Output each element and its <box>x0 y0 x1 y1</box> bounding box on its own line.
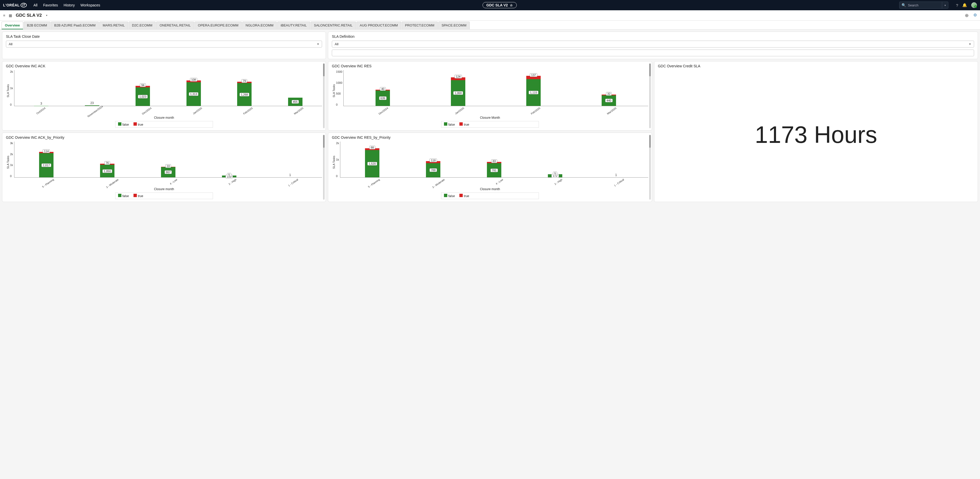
bar-value-label: 76 <box>105 161 110 165</box>
bar-stack: 2,017114 <box>39 152 54 177</box>
search-dropdown-toggle[interactable]: ▾ <box>942 2 948 8</box>
page-title-caret-icon[interactable]: ▾ <box>46 14 47 17</box>
bar-stack: 1725 <box>548 174 562 177</box>
page-title: GDC SLA V2 <box>16 13 42 18</box>
credit-sla-card: GDC Overview Credit SLA 1173 Hours <box>654 61 978 202</box>
bar-value-label: 5 <box>227 173 231 176</box>
bell-icon[interactable]: 🔔 <box>962 3 967 8</box>
bar-stack: 78183 <box>487 162 501 177</box>
bar-stack <box>85 105 99 106</box>
top-nav: L'ORÉAL IT All Favorites History Workspa… <box>0 0 980 10</box>
tab-protect-ecomm[interactable]: PROTECT.ECOMM <box>402 22 438 29</box>
legend-item-false[interactable]: false <box>444 194 455 198</box>
star-icon[interactable]: ☆ <box>510 3 513 7</box>
nav-workspaces[interactable]: Workspaces <box>81 3 100 7</box>
tab-b2b-azure-paas-ecomm[interactable]: B2B AZURE PaaS.ECOMM <box>51 22 99 29</box>
bar-value-label: 867 <box>165 170 172 174</box>
filter-definition-dropdown[interactable]: All ▼ <box>332 41 974 48</box>
bar-stack: 1,02394 <box>135 86 150 106</box>
chart-inc-ack-priority: GDC Overview INC ACK_by_PrioritySLA Task… <box>2 133 326 202</box>
filter-definition-card: SLA Definition All ▼ <box>328 32 978 59</box>
bar-value-label: 639 <box>379 96 387 100</box>
filter-close-date-card: SLA Task Close Date All ▼ <box>2 32 326 59</box>
y-tick-label: 1k <box>10 163 13 167</box>
bar-value-label: 10 <box>165 164 171 168</box>
credit-sla-title: GDC Overview Credit SLA <box>658 64 974 68</box>
y-ticks: 3k2k1k0 <box>10 141 14 178</box>
legend-swatch-false <box>118 194 121 197</box>
tab-ibeauty-retail[interactable]: iBEAUTY.RETAIL <box>277 22 310 29</box>
x-tick-label: 5 - Planning <box>368 178 380 188</box>
legend-item-false[interactable]: false <box>444 122 455 127</box>
nav-all[interactable]: All <box>33 3 38 7</box>
settings-icon[interactable]: ⚙ <box>973 13 977 18</box>
y-ticks: 150010005000 <box>336 70 343 106</box>
tab-opera-europe-ecomm[interactable]: OPERA.EUROPE.ECOMM <box>194 22 242 29</box>
legend-item-true[interactable]: true <box>460 122 469 127</box>
x-tick-label: 2 - High <box>554 178 563 186</box>
tab-nglora-ecomm[interactable]: NGLORA.ECOMM <box>242 22 277 29</box>
chart-scrollbar[interactable] <box>323 135 325 200</box>
chart-legend: falsetrue <box>441 121 539 128</box>
nav-favorites[interactable]: Favorites <box>43 3 58 7</box>
bar-stack: 788118 <box>426 161 441 177</box>
bar-stack: 1,52088 <box>365 148 379 177</box>
x-tick-label: 1 - Critical <box>288 178 299 187</box>
legend-item-false[interactable]: false <box>118 194 129 198</box>
legend-item-true[interactable]: true <box>134 122 143 127</box>
tab-mars-retail[interactable]: MARS.RETAIL <box>99 22 128 29</box>
chart-inc-ack: GDC Overview INC ACKSLA Tasks2k1k03231,0… <box>2 61 326 130</box>
bar-group: 1 <box>586 173 647 177</box>
bar-value-label: 118 <box>430 159 437 162</box>
legend-swatch-true <box>134 194 137 197</box>
logo-it-badge: IT <box>21 3 27 8</box>
y-tick-label: 2k <box>336 141 339 145</box>
legend-item-true[interactable]: true <box>460 194 469 198</box>
nav-history[interactable]: History <box>64 3 75 7</box>
legend-swatch-true <box>460 194 463 197</box>
bar-segment-false[interactable] <box>85 105 99 106</box>
search-input[interactable] <box>906 3 942 7</box>
x-tick-label: Feb/2025 <box>530 107 541 115</box>
legend-swatch-false <box>118 122 121 126</box>
bar-group: 1 <box>259 173 320 177</box>
tab-oneretail-retail[interactable]: ONERETAIL.RETAIL <box>156 22 194 29</box>
legend-item-false[interactable]: false <box>118 122 129 127</box>
x-tick-label: Mar/2025 <box>606 107 617 115</box>
filter-definition-secondary[interactable] <box>332 49 974 56</box>
chart-scrollbar[interactable] <box>323 63 325 128</box>
bars-area: 3231,023941,3131081,26879455 <box>14 70 322 106</box>
avatar[interactable] <box>971 2 977 8</box>
hamburger-icon[interactable]: ≡ <box>3 13 5 17</box>
bar-group: 1725 <box>525 174 586 177</box>
chart-area: SLA Tasks2k1k03231,023941,3131081,268794… <box>6 70 322 111</box>
chart-scrollbar[interactable] <box>649 135 651 200</box>
filter-close-date-dropdown[interactable]: All ▼ <box>6 41 322 48</box>
chart-title: GDC Overview INC ACK_by_Priority <box>6 135 322 140</box>
page-chip[interactable]: GDC SLA V2 ☆ <box>482 2 517 8</box>
tab-space-ecomm[interactable]: SPACE.ECOMM <box>438 22 470 29</box>
legend-item-true[interactable]: true <box>134 194 143 198</box>
tab-saloncentric-retail[interactable]: SALONCENTRIC.RETAIL <box>311 22 356 29</box>
chart-scrollbar[interactable] <box>649 63 651 128</box>
bar-value-label: 781 <box>490 168 498 172</box>
bar-stack: 1,068124 <box>451 77 465 106</box>
chart-inc-res-priority: GDC Overview INC RES_by_PrioritySLA Task… <box>328 133 652 202</box>
grid-icon[interactable]: ▦ <box>9 13 12 17</box>
tab-b2b-ecomm[interactable]: B2B ECOMM <box>24 22 51 29</box>
y-tick-label: 1k <box>336 158 339 161</box>
x-labels: 5 - Planning3 - Moderate4 - Low2 - High1… <box>340 178 648 181</box>
y-tick-label: 500 <box>336 92 342 95</box>
tab-d2c-ecomm[interactable]: D2C.ECOMM <box>129 22 156 29</box>
add-icon[interactable]: ⊕ <box>965 13 969 18</box>
tab-overview[interactable]: Overview <box>2 22 23 29</box>
bar-group: 1,02394 <box>118 86 168 106</box>
bar-value-label: 1,313 <box>189 92 199 96</box>
chart-title: GDC Overview INC RES_by_Priority <box>332 135 648 140</box>
bar-value-label: 1 <box>290 173 291 177</box>
help-icon[interactable]: ? <box>956 3 958 8</box>
bar-group: 1,52088 <box>342 148 403 177</box>
bar-value-label: 2,017 <box>41 163 51 167</box>
bar-group: 788118 <box>403 161 464 177</box>
tab-aug-product-ecomm[interactable]: AUG PRODUCT.ECOMM <box>356 22 401 29</box>
